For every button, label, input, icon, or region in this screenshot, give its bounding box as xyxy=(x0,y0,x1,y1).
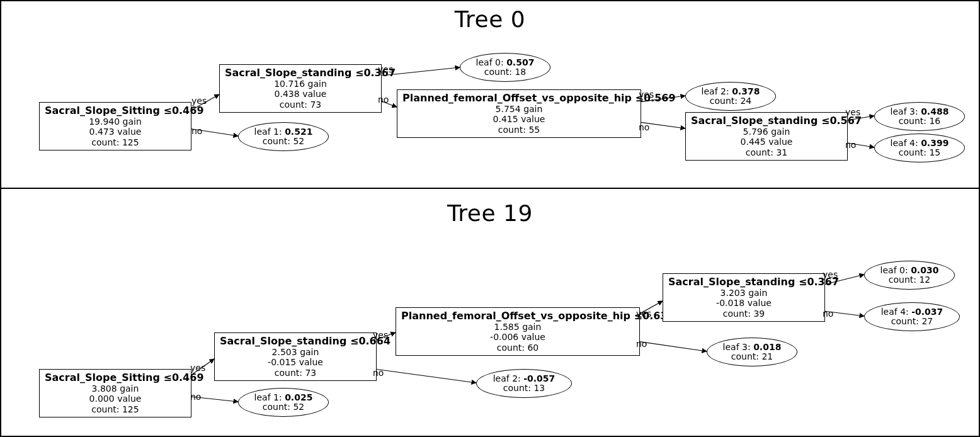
edge-label-no: no xyxy=(373,368,384,378)
edge-label-yes: yes xyxy=(845,107,860,117)
tree-title: Tree 19 xyxy=(1,200,979,226)
node-sacral-standing-0367: Sacral_Slope_standing ≤0.367 3.203 gain … xyxy=(663,273,825,322)
leaf-2: leaf 2: -0.057 count: 13 xyxy=(476,369,572,398)
panel-tree-19: Tree 19 Sacral_Slope_Sitting ≤0.469 3.80… xyxy=(0,189,980,437)
node-root: Sacral_Slope_Sitting ≤0.469 19.940 gain … xyxy=(39,102,191,150)
leaf-3: leaf 3: 0.488 count: 16 xyxy=(874,102,965,131)
edge-label-no: no xyxy=(636,339,647,349)
edge-label-yes: yes xyxy=(378,64,393,74)
edge-label-yes: yes xyxy=(639,89,654,99)
edge-label-yes: yes xyxy=(373,330,388,340)
node-root: Sacral_Slope_Sitting ≤0.469 3.808 gain 0… xyxy=(39,369,191,417)
leaf-4: leaf 4: 0.399 count: 15 xyxy=(874,133,965,162)
node-sacral-standing-0567: Sacral_Slope_standing ≤0.567 5.796 gain … xyxy=(685,112,848,161)
leaf-1: leaf 1: 0.521 count: 52 xyxy=(238,122,329,151)
leaf-1: leaf 1: 0.025 count: 52 xyxy=(238,388,329,417)
edge-label-no: no xyxy=(845,140,856,150)
edge-label-no: no xyxy=(191,126,202,136)
edge-label-yes: yes xyxy=(191,96,207,106)
edge-label-yes: yes xyxy=(190,363,205,373)
leaf-3: leaf 3: 0.018 count: 21 xyxy=(707,338,797,366)
leaf-2: leaf 2: 0.378 count: 24 xyxy=(685,82,776,111)
edge-label-yes: yes xyxy=(636,309,651,319)
edge-label-no: no xyxy=(639,122,649,132)
edge-label-no: no xyxy=(823,309,833,319)
node-sacral-standing-0664: Sacral_Slope_standing ≤0.664 2.503 gain … xyxy=(214,332,377,381)
edge-label-no: no xyxy=(190,392,201,402)
leaf-0: leaf 0: 0.507 count: 18 xyxy=(460,53,550,82)
edge-label-yes: yes xyxy=(823,270,838,280)
edge-label-no: no xyxy=(378,94,389,105)
leaf-0: leaf 0: 0.030 count: 12 xyxy=(864,261,955,290)
node-planned-femoral-offset: Planned_femoral_Offset_vs_opposite_hip ≤… xyxy=(397,89,641,138)
tree-title: Tree 0 xyxy=(1,6,979,32)
node-sacral-standing-0367: Sacral_Slope_standing ≤0.367 10.716 gain… xyxy=(219,64,382,113)
node-planned-femoral-offset: Planned_femoral_Offset_vs_opposite_hip ≤… xyxy=(396,307,640,356)
panel-tree-0: Tree 0 Sacral_Slope_Sitting ≤0.469 19.94… xyxy=(0,0,980,189)
leaf-4: leaf 4: -0.037 count: 27 xyxy=(864,302,960,331)
